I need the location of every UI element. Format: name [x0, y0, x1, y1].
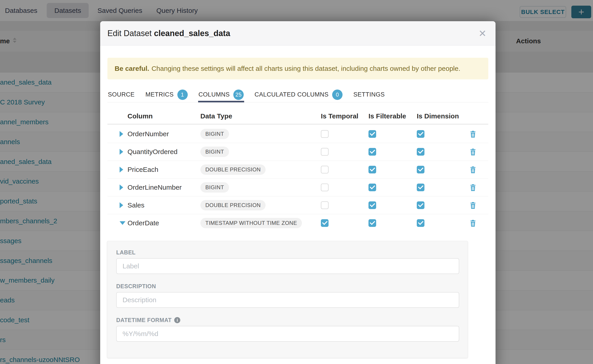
warning-banner: Be careful. Changing these settings will…	[107, 58, 488, 79]
is-filterable-checkbox[interactable]	[369, 148, 376, 156]
is-filterable-checkbox[interactable]	[369, 219, 376, 227]
is-filterable-header: Is Filterable	[369, 112, 406, 120]
table-row: OrderLineNumber BIGINT	[107, 179, 488, 196]
is-temporal-header: Is Temporal	[321, 112, 358, 120]
data-type-pill: BIGINT	[200, 147, 229, 157]
column-name: OrderDate	[127, 219, 159, 227]
column-name: PriceEach	[127, 166, 158, 173]
columns-table-header: Column Data Type Is Temporal Is Filterab…	[107, 110, 488, 124]
label-input[interactable]	[116, 258, 459, 274]
is-temporal-checkbox[interactable]	[321, 166, 329, 173]
is-dimension-checkbox[interactable]	[417, 148, 424, 156]
table-row: QuantityOrdered BIGINT	[107, 143, 488, 161]
column-name: Sales	[127, 202, 145, 209]
delete-column-icon[interactable]	[469, 201, 477, 210]
data-type-header: Data Type	[200, 112, 232, 120]
expand-caret-icon[interactable]	[120, 167, 123, 173]
tab-calculated-columns[interactable]: CALCULATED COLUMNS0	[254, 88, 343, 102]
is-dimension-checkbox[interactable]	[417, 130, 424, 138]
warning-banner-bold: Be careful.	[115, 65, 149, 72]
table-row: OrderDate TIMESTAMP WITHOUT TIME ZONE	[107, 214, 488, 232]
column-editor-panel: LABEL DESCRIPTION DATETIME FORMAT i	[107, 241, 468, 358]
is-filterable-checkbox[interactable]	[369, 202, 376, 209]
table-row: OrderNumber BIGINT	[107, 125, 488, 143]
column-name: OrderNumber	[127, 130, 169, 138]
modal-tabs: SOURCE METRICS1 COLUMNS25 CALCULATED COL…	[107, 88, 488, 102]
is-temporal-checkbox[interactable]	[321, 184, 329, 191]
info-icon[interactable]: i	[174, 317, 180, 323]
tab-settings[interactable]: SETTINGS	[353, 88, 385, 102]
modal-title: Edit Dataset cleaned_sales_data	[107, 29, 230, 38]
table-row: Sales DOUBLE PRECISION	[107, 196, 488, 214]
is-dimension-checkbox[interactable]	[417, 202, 424, 209]
expand-caret-icon[interactable]	[120, 202, 123, 208]
tab-badge: 25	[233, 90, 244, 100]
tab-badge: 0	[332, 90, 343, 100]
is-dimension-checkbox[interactable]	[417, 184, 424, 191]
expand-caret-icon[interactable]	[120, 149, 123, 155]
delete-column-icon[interactable]	[469, 183, 477, 192]
modal-header: Edit Dataset cleaned_sales_data ✕	[100, 21, 495, 46]
dataset-name: cleaned_sales_data	[154, 29, 230, 38]
expand-caret-icon[interactable]	[120, 184, 123, 190]
description-field-label: DESCRIPTION	[116, 283, 156, 290]
is-dimension-header: Is Dimension	[417, 112, 459, 120]
expand-caret-icon[interactable]	[120, 131, 123, 137]
datetime-format-input[interactable]	[116, 326, 459, 342]
tab-badge: 1	[177, 90, 188, 100]
is-filterable-checkbox[interactable]	[369, 166, 376, 173]
delete-column-icon[interactable]	[469, 165, 477, 174]
is-dimension-checkbox[interactable]	[417, 219, 424, 227]
column-name: QuantityOrdered	[127, 148, 178, 156]
data-type-pill: DOUBLE PRECISION	[200, 200, 266, 210]
edit-dataset-modal: Edit Dataset cleaned_sales_data ✕ Be car…	[100, 21, 495, 364]
tab-metrics[interactable]: METRICS1	[145, 88, 188, 102]
is-filterable-checkbox[interactable]	[369, 130, 376, 138]
warning-banner-text: Changing these settings will affect all …	[152, 65, 460, 72]
column-name: OrderLineNumber	[127, 184, 182, 191]
data-type-pill: TIMESTAMP WITHOUT TIME ZONE	[200, 218, 302, 228]
close-icon[interactable]: ✕	[476, 27, 489, 40]
tab-columns[interactable]: COLUMNS25	[198, 88, 244, 102]
is-dimension-checkbox[interactable]	[417, 166, 424, 173]
columns-table: OrderNumber BIGINT QuantityOrdered BIGIN…	[107, 125, 488, 232]
description-input[interactable]	[116, 292, 459, 308]
delete-column-icon[interactable]	[469, 130, 477, 139]
is-temporal-checkbox[interactable]	[321, 219, 329, 227]
is-temporal-checkbox[interactable]	[321, 202, 329, 209]
table-row: PriceEach DOUBLE PRECISION	[107, 161, 488, 179]
label-field-label: LABEL	[116, 249, 136, 256]
column-header: Column	[127, 112, 153, 120]
tab-source[interactable]: SOURCE	[107, 88, 135, 102]
data-type-pill: BIGINT	[200, 129, 229, 139]
is-temporal-checkbox[interactable]	[321, 148, 329, 156]
data-type-pill: BIGINT	[200, 182, 229, 193]
data-type-pill: DOUBLE PRECISION	[200, 164, 266, 175]
is-filterable-checkbox[interactable]	[369, 184, 376, 191]
expand-caret-icon[interactable]	[120, 221, 125, 225]
is-temporal-checkbox[interactable]	[321, 130, 329, 138]
datetime-format-field-label: DATETIME FORMAT i	[116, 317, 180, 323]
delete-column-icon[interactable]	[469, 219, 477, 228]
delete-column-icon[interactable]	[469, 148, 477, 156]
